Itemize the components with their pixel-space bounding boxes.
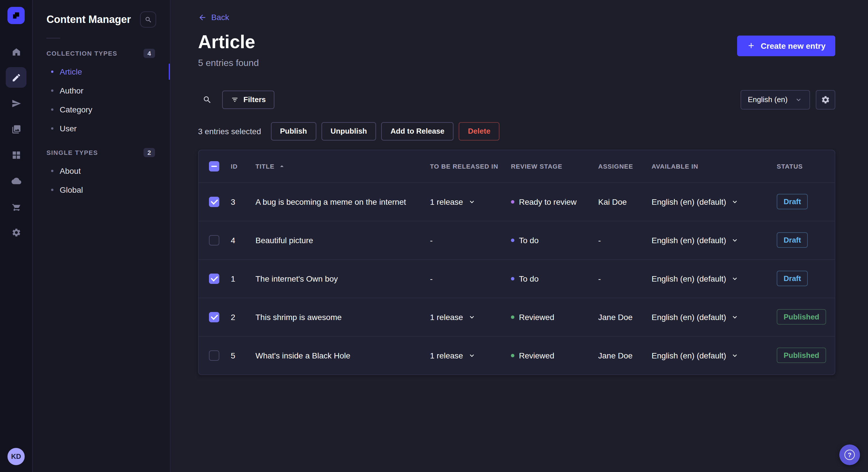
row-checkbox[interactable] (209, 273, 219, 283)
question-mark-icon: ? (844, 450, 855, 460)
sidebar-item-user[interactable]: User (46, 119, 156, 138)
nav-settings[interactable] (6, 222, 26, 243)
cell-status: Published (777, 309, 835, 325)
cell-title[interactable]: Beautiful picture (255, 235, 430, 245)
strapi-logo[interactable] (7, 7, 25, 24)
row-checkbox[interactable] (209, 235, 219, 245)
back-link[interactable]: Back (198, 12, 229, 22)
cell-id: 3 (231, 197, 255, 206)
sidebar-item-author[interactable]: Author (46, 81, 156, 100)
cell-to-be-released-in[interactable]: 1 release (430, 351, 511, 360)
table-row[interactable]: 3A bug is becoming a meme on the interne… (198, 182, 835, 221)
arrow-left-icon (198, 13, 207, 22)
status-badge: Draft (777, 271, 808, 286)
sidebar-item-label: User (60, 124, 76, 133)
user-avatar[interactable]: KD (7, 448, 25, 465)
sidebar-item-category[interactable]: Category (46, 100, 156, 119)
gear-icon (821, 95, 830, 104)
status-badge: Draft (777, 194, 808, 209)
nav-home[interactable] (6, 41, 26, 62)
section-label: COLLECTION TYPES (46, 50, 117, 57)
sidebar-search-button[interactable] (140, 11, 156, 28)
release-label: 1 release (430, 197, 463, 206)
chevron-down-icon (468, 198, 476, 206)
cell-title[interactable]: This shrimp is awesome (255, 312, 430, 322)
table-row[interactable]: 2This shrimp is awesome1 releaseReviewed… (198, 297, 835, 336)
cart-icon (11, 202, 21, 211)
cell-assignee: Kai Doe (598, 197, 652, 206)
table-row[interactable]: 4Beautiful picture-To do-English (en) (d… (198, 221, 835, 259)
sidebar-item-about[interactable]: About (46, 162, 156, 180)
sidebar-item-article[interactable]: Article (46, 63, 156, 81)
column-header-title[interactable]: TITLE (255, 162, 430, 170)
column-header-assignee[interactable]: ASSIGNEE (598, 163, 652, 169)
cell-title[interactable]: A bug is becoming a meme on the internet (255, 197, 430, 206)
table-row[interactable]: 1The internet's Own boy-To do-English (e… (198, 259, 835, 297)
row-checkbox[interactable] (209, 312, 219, 322)
cell-available-in[interactable]: English (en) (default) (652, 274, 777, 283)
cell-review-stage: To do (511, 274, 598, 283)
search-icon (144, 16, 152, 23)
cell-title[interactable]: The internet's Own boy (255, 274, 430, 283)
checkbox-cell (198, 350, 231, 361)
release-label: 1 release (430, 312, 463, 322)
table-search-button[interactable] (198, 90, 216, 109)
column-header-review[interactable]: REVIEW STAGE (511, 163, 598, 169)
cell-status: Published (777, 347, 835, 363)
review-stage-label: Reviewed (519, 312, 554, 322)
nav-releases[interactable] (6, 93, 26, 113)
cell-title[interactable]: What's inside a Black Hole (255, 351, 430, 360)
cell-available-in[interactable]: English (en) (default) (652, 351, 777, 360)
cell-status: Draft (777, 194, 835, 209)
create-new-entry-button[interactable]: Create new entry (737, 35, 835, 56)
entries-table: IDTITLETO BE RELEASED INREVIEW STAGEASSI… (198, 149, 835, 375)
add-to-release-button[interactable]: Add to Release (381, 122, 454, 140)
bullet-icon (51, 108, 53, 111)
cell-status: Draft (777, 232, 835, 248)
table-row[interactable]: 5What's inside a Black Hole1 releaseRevi… (198, 336, 835, 374)
bullet-icon (51, 189, 53, 191)
sidebar-header: Content Manager (46, 11, 156, 28)
create-new-entry-label: Create new entry (761, 41, 826, 50)
cell-to-be-released-in[interactable]: 1 release (430, 197, 511, 206)
cell-to-be-released-in[interactable]: 1 release (430, 312, 511, 322)
row-checkbox[interactable] (209, 196, 219, 207)
select-all-checkbox[interactable] (209, 161, 219, 171)
cell-review-stage: Reviewed (511, 312, 598, 322)
nav-content-type-builder[interactable] (6, 144, 26, 165)
column-header-status[interactable]: STATUS (777, 163, 835, 169)
unpublish-button[interactable]: Unpublish (321, 122, 376, 140)
chevron-down-icon (731, 236, 739, 244)
stage-dot-icon (511, 238, 515, 242)
section-collection-types: COLLECTION TYPES4 (46, 49, 156, 58)
section-label: SINGLE TYPES (46, 149, 98, 156)
publish-button[interactable]: Publish (271, 122, 316, 140)
sidebar-divider (46, 38, 60, 38)
cell-available-in[interactable]: English (en) (default) (652, 312, 777, 322)
cell-available-in[interactable]: English (en) (default) (652, 235, 777, 245)
row-checkbox[interactable] (209, 350, 219, 361)
cell-id: 1 (231, 274, 255, 283)
nav-content-manager[interactable] (6, 67, 26, 88)
cell-available-in[interactable]: English (en) (default) (652, 197, 777, 206)
sidebar-item-global[interactable]: Global (46, 181, 156, 199)
stage-dot-icon (511, 315, 515, 318)
bullet-icon (51, 170, 53, 172)
rail-nav-items (6, 41, 26, 243)
help-button[interactable]: ? (839, 444, 860, 465)
column-header-id[interactable]: ID (231, 163, 255, 169)
column-header-release[interactable]: TO BE RELEASED IN (430, 163, 511, 169)
nav-media-library[interactable] (6, 119, 26, 139)
delete-button[interactable]: Delete (459, 122, 499, 140)
review-stage-label: Reviewed (519, 351, 554, 360)
sort-asc-icon (278, 162, 286, 170)
locale-select[interactable]: English (en) (740, 90, 810, 109)
nav-marketplace[interactable] (6, 196, 26, 217)
filters-button[interactable]: Filters (222, 90, 274, 109)
column-header-label: ASSIGNEE (598, 163, 633, 169)
view-settings-button[interactable] (816, 90, 835, 109)
section-count-badge: 2 (144, 148, 155, 157)
bullet-icon (51, 127, 53, 130)
column-header-available[interactable]: AVAILABLE IN (652, 163, 777, 169)
nav-deployments[interactable] (6, 170, 26, 191)
